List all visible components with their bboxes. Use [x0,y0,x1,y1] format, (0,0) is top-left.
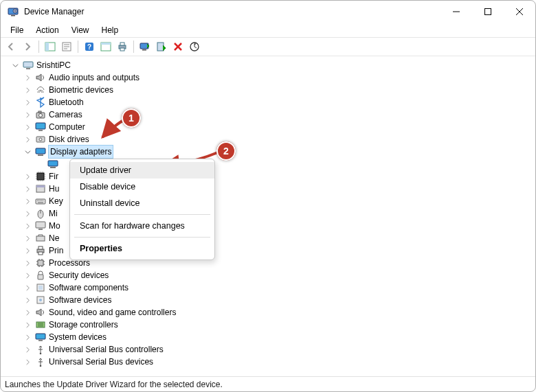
show-hide-tree-button[interactable] [43,39,58,54]
category-bluetooth[interactable]: Bluetooth [5,96,533,108]
forward-button[interactable] [20,39,35,54]
chevron-right-icon[interactable] [23,124,32,130]
category-storage[interactable]: Storage controllers [5,319,533,331]
category-label: Software devices [49,294,111,306]
keyboard-icon [35,196,46,207]
svg-rect-50 [38,340,43,341]
svg-rect-36 [36,222,45,228]
help-button[interactable]: ? [82,39,97,54]
mouse-icon [35,208,46,219]
chevron-right-icon[interactable] [23,248,32,254]
device-tree[interactable]: SrishtiPC Audio inputs and outputs Biome… [1,56,535,376]
svg-rect-49 [36,334,45,339]
enable-device-button[interactable] [154,39,169,54]
toolbar-separator [133,41,134,53]
toolbar-separator [38,41,39,53]
category-label: Cameras [49,108,82,121]
properties-button[interactable] [59,39,74,54]
svg-rect-19 [26,68,30,69]
display-adapter-icon [35,146,46,157]
menu-action[interactable]: Action [30,24,64,36]
sheet-button[interactable] [98,39,113,54]
window-controls [440,1,535,23]
context-properties[interactable]: Properties [70,240,214,257]
chevron-right-icon[interactable] [23,211,32,217]
chevron-right-icon[interactable] [23,347,32,353]
svg-rect-27 [36,148,45,154]
category-usb-controllers[interactable]: Universal Serial Bus controllers [5,343,533,356]
device-manager-window: Device Manager File Action View Help ? [0,0,536,392]
category-audio[interactable]: Audio inputs and outputs [5,71,533,84]
close-button[interactable] [504,1,535,23]
chevron-right-icon[interactable] [23,260,32,266]
chevron-right-icon[interactable] [23,137,32,143]
chevron-right-icon[interactable] [23,297,32,303]
svg-rect-1 [11,15,15,16]
chevron-right-icon[interactable] [23,334,32,341]
menu-view[interactable]: View [66,24,95,36]
category-label: Display adapters [49,146,113,158]
svg-rect-12 [120,43,124,45]
svg-rect-45 [38,286,43,290]
chevron-right-icon[interactable] [23,174,32,180]
category-system-devices[interactable]: System devices [5,331,533,343]
category-label: Bluetooth [49,96,84,108]
chip-icon [35,171,46,182]
chevron-right-icon[interactable] [23,75,32,81]
category-software-components[interactable]: Software components [5,281,533,294]
uninstall-device-button[interactable] [170,39,186,54]
context-scan-hardware[interactable]: Scan for hardware changes [70,218,214,234]
back-button[interactable] [3,39,19,54]
category-sound[interactable]: Sound, video and game controllers [5,306,533,319]
window-title: Device Manager [24,7,440,16]
chevron-right-icon[interactable] [23,273,32,279]
category-label: Mi [49,207,58,220]
category-label: Universal Serial Bus devices [49,356,153,368]
chevron-right-icon[interactable] [23,359,32,365]
category-label: Prin [49,244,63,257]
chevron-right-icon[interactable] [23,235,32,242]
category-diskdrives[interactable]: Disk drives [5,133,533,146]
svg-rect-40 [38,246,43,249]
tree-root[interactable]: SrishtiPC [5,59,533,71]
maximize-button[interactable] [472,1,504,23]
print-button[interactable] [115,39,130,54]
category-computer[interactable]: Computer [5,121,533,133]
category-label: Hu [49,183,59,195]
svg-rect-15 [142,49,146,51]
context-uninstall-device[interactable]: Uninstall device [70,195,214,211]
category-cameras[interactable]: Cameras [5,108,533,121]
category-display-adapters[interactable]: Display adapters [5,146,533,158]
component-icon [35,282,46,293]
chevron-right-icon[interactable] [23,322,32,328]
svg-rect-30 [50,167,56,168]
statusbar: Launches the Update Driver Wizard for th… [1,376,535,391]
context-disable-device[interactable]: Disable device [70,178,214,195]
chevron-down-icon[interactable] [23,149,32,155]
system-icon [35,332,46,343]
minimize-button[interactable] [440,1,472,23]
svg-rect-16 [157,43,164,51]
category-biometric[interactable]: Biometric devices [5,84,533,96]
category-software-devices[interactable]: Software devices [5,294,533,306]
menubar: File Action View Help [1,23,535,37]
chevron-down-icon[interactable] [10,62,20,69]
chevron-right-icon[interactable] [23,87,32,93]
chevron-right-icon[interactable] [23,100,32,106]
chevron-right-icon[interactable] [23,223,32,229]
chevron-right-icon[interactable] [23,186,32,192]
chevron-right-icon[interactable] [23,198,32,205]
menu-help[interactable]: Help [96,24,124,36]
category-security[interactable]: Security devices [5,269,533,281]
chevron-right-icon[interactable] [23,285,32,291]
update-driver-toolbar-button[interactable] [137,39,153,54]
display-adapter-icon [47,159,58,170]
sound-icon [35,307,46,318]
category-usb-devices[interactable]: Universal Serial Bus devices [5,356,533,368]
context-update-driver[interactable]: Update driver [70,162,214,178]
scan-hardware-button[interactable] [187,39,202,54]
chevron-right-icon[interactable] [23,310,32,316]
menu-file[interactable]: File [5,24,29,36]
category-label: Audio inputs and outputs [49,71,139,84]
chevron-right-icon[interactable] [23,112,32,118]
